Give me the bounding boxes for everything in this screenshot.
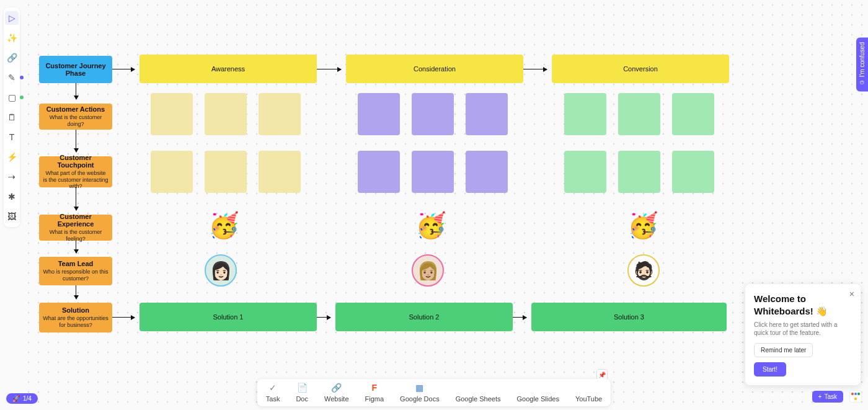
solution-sub: What are the opportunities for business? xyxy=(43,315,108,329)
ai-icon[interactable]: ✨ xyxy=(5,31,19,45)
arrow xyxy=(112,69,135,69)
note[interactable] xyxy=(151,151,193,193)
arrow xyxy=(317,317,330,318)
teamlead-title: Team Lead xyxy=(58,260,94,267)
note[interactable] xyxy=(564,151,606,193)
solution-row-label[interactable]: Solution What are the opportunities for … xyxy=(39,303,112,332)
touchpoint-row-label[interactable]: Customer Touchpoint What part of the web… xyxy=(39,156,112,187)
note[interactable] xyxy=(205,151,247,193)
arrow xyxy=(76,187,76,210)
dock-gslides[interactable]: Google Slides xyxy=(516,395,559,403)
note[interactable] xyxy=(259,93,301,135)
welcome-popup: × Welcome to Whiteboards! 👋 Click here t… xyxy=(745,284,861,385)
note[interactable] xyxy=(672,93,714,135)
remind-later-button[interactable]: Remind me later xyxy=(754,343,813,357)
arrow xyxy=(76,241,76,253)
experience-title: Customer Experience xyxy=(43,213,108,228)
actions-sub: What is the customer doing? xyxy=(43,114,108,128)
note[interactable] xyxy=(466,93,508,135)
note[interactable] xyxy=(564,93,606,135)
popup-title: Welcome to Whiteboards! 👋 xyxy=(754,293,852,317)
arrow xyxy=(317,69,341,69)
teamlead-row-label[interactable]: Team Lead Who is responsible on this cus… xyxy=(39,257,112,285)
image-icon[interactable]: 🖼 xyxy=(5,210,19,223)
phase-header[interactable]: Customer Journey Phase xyxy=(39,56,112,83)
avatar-awareness[interactable]: 👩🏻 xyxy=(205,254,237,287)
actions-row-label[interactable]: Customer Actions What is the customer do… xyxy=(39,104,112,130)
popup-body: Click here to get started with a quick t… xyxy=(754,321,852,337)
note[interactable] xyxy=(412,93,454,135)
arrow xyxy=(513,317,526,318)
emoji-consideration[interactable]: 🥳 xyxy=(415,211,446,240)
note[interactable] xyxy=(205,93,247,135)
note[interactable] xyxy=(259,151,301,193)
cursor-icon[interactable]: ▷ xyxy=(5,11,19,25)
dock-gdocs[interactable]: ▦Google Docs xyxy=(400,383,440,403)
note[interactable] xyxy=(618,151,660,193)
connector-icon[interactable]: ⇢ xyxy=(5,170,19,184)
emoji-awareness[interactable]: 🥳 xyxy=(208,211,239,240)
start-button[interactable]: Start! xyxy=(754,362,786,377)
actions-title: Customer Actions xyxy=(46,105,105,113)
phase-conversion[interactable]: Conversion xyxy=(552,55,729,83)
wand-icon[interactable]: ⚡ xyxy=(5,150,19,164)
gdocs-icon: ▦ xyxy=(415,383,425,393)
dock-youtube[interactable]: YouTube xyxy=(575,395,602,403)
solution-title: Solution xyxy=(62,306,89,314)
arrow xyxy=(523,69,547,69)
phase-consideration[interactable]: Consideration xyxy=(346,55,523,83)
close-icon[interactable]: × xyxy=(849,289,854,299)
apps-button[interactable] xyxy=(849,390,862,403)
bottom-dock: ✓Task 📄Doc 🔗Website FFigma ▦Google Docs … xyxy=(257,379,611,406)
pen-icon[interactable]: ✎ xyxy=(5,71,19,84)
phase-awareness[interactable]: Awareness xyxy=(140,55,317,83)
arrow xyxy=(112,317,135,318)
shape-icon[interactable]: ▢ xyxy=(5,91,19,104)
text-icon[interactable]: T xyxy=(5,130,19,144)
note[interactable] xyxy=(412,151,454,193)
website-icon: 🔗 xyxy=(332,383,342,393)
link-icon[interactable]: 🔗 xyxy=(5,51,19,65)
dock-gsheets[interactable]: Google Sheets xyxy=(456,395,501,403)
note[interactable] xyxy=(672,151,714,193)
dock-figma[interactable]: FFigma xyxy=(365,383,384,403)
sticky-icon[interactable]: 🗒 xyxy=(5,110,19,124)
left-toolbar: ▷ ✨ 🔗 ✎ ▢ 🗒 T ⚡ ⇢ ✱ 🖼 xyxy=(4,7,20,227)
arrow xyxy=(76,130,76,152)
note[interactable] xyxy=(358,151,400,193)
solution-1[interactable]: Solution 1 xyxy=(140,303,317,331)
note[interactable] xyxy=(466,151,508,193)
experience-row-label[interactable]: Customer Experience What is the customer… xyxy=(39,215,112,241)
figma-icon: F xyxy=(370,383,379,393)
avatar-consideration[interactable]: 👩🏼 xyxy=(412,254,444,287)
confused-tab[interactable]: ☺ I'm confused xyxy=(856,37,868,91)
teamlead-sub: Who is responsible on this customer? xyxy=(43,269,108,282)
dock-doc[interactable]: 📄Doc xyxy=(296,383,308,403)
dock-task[interactable]: ✓Task xyxy=(266,383,280,403)
branch-icon[interactable]: ✱ xyxy=(5,190,19,203)
add-task-button[interactable]: + Task xyxy=(812,391,843,403)
arrow xyxy=(76,83,76,99)
phase-header-text: Customer Journey Phase xyxy=(43,62,108,77)
dock-website[interactable]: 🔗Website xyxy=(324,383,349,403)
doc-icon: 📄 xyxy=(297,383,307,393)
touchpoint-title: Customer Touchpoint xyxy=(43,154,108,169)
arrow xyxy=(76,285,76,299)
avatar-conversion[interactable]: 🧔🏻 xyxy=(627,254,660,287)
note[interactable] xyxy=(151,93,193,135)
progress-pill[interactable]: 🚀 1/4 xyxy=(6,393,38,404)
solution-2[interactable]: Solution 2 xyxy=(335,303,513,331)
solution-3[interactable]: Solution 3 xyxy=(531,303,727,331)
note[interactable] xyxy=(358,93,400,135)
emoji-conversion[interactable]: 🥳 xyxy=(627,211,658,240)
note[interactable] xyxy=(618,93,660,135)
task-icon: ✓ xyxy=(268,383,278,393)
